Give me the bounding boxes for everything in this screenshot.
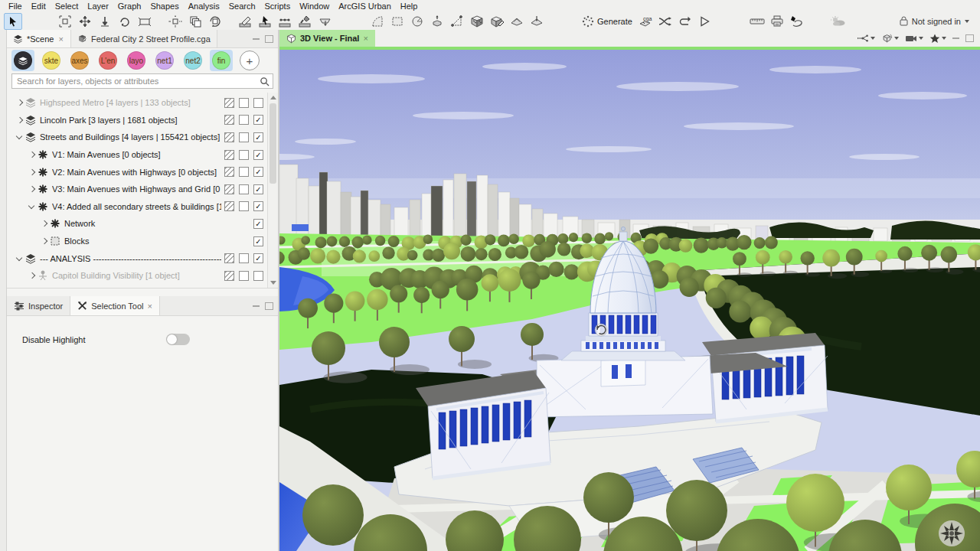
- select-checkbox[interactable]: [239, 150, 249, 160]
- expand-chevron-icon[interactable]: [39, 236, 50, 246]
- insert-roof-icon[interactable]: [528, 13, 546, 30]
- shuffle-seed-icon[interactable]: [656, 13, 675, 30]
- tree-scrollbar[interactable]: [267, 93, 278, 288]
- menu-analysis[interactable]: Analysis: [184, 1, 224, 11]
- align-street-icon[interactable]: [316, 13, 335, 30]
- select-cursor-tool[interactable]: [4, 13, 22, 30]
- layer-row-capitol-building-visibility-1-[interactable]: Capitol Building Visibility [1 object]: [7, 267, 268, 285]
- menu-select[interactable]: Select: [51, 1, 83, 11]
- tab-scene-close-icon[interactable]: ×: [57, 34, 64, 44]
- hatch-checkbox[interactable]: [224, 184, 234, 194]
- frame-select-icon[interactable]: [56, 13, 74, 30]
- layer-row-lincoln-park-3-layers-1681-obj[interactable]: Lincoln Park [3 layers | 1681 objects]✓: [7, 112, 268, 129]
- export-models-icon[interactable]: [768, 13, 786, 30]
- cleanup-street-icon[interactable]: [296, 13, 315, 30]
- compass-gizmo[interactable]: [939, 520, 965, 546]
- bookmark-axes[interactable]: axes: [68, 50, 91, 71]
- select-checkbox[interactable]: [239, 253, 249, 263]
- minimize-icon[interactable]: [253, 305, 260, 307]
- menu-graph[interactable]: Graph: [113, 1, 146, 11]
- visible-checkbox[interactable]: ✓: [253, 167, 263, 177]
- rotate-copy-icon[interactable]: [206, 13, 224, 30]
- account-signin[interactable]: Not signed in: [900, 16, 969, 26]
- select-checkbox[interactable]: [239, 132, 249, 142]
- layer-row--analysis-[interactable]: --- ANALYSIS ---------------------------…: [7, 249, 268, 267]
- duplicate-icon[interactable]: [186, 13, 204, 30]
- edit-street-icon[interactable]: [256, 13, 275, 30]
- expand-chevron-icon[interactable]: [15, 254, 25, 263]
- daylight-icon[interactable]: [829, 13, 848, 30]
- expand-chevron-icon[interactable]: [27, 184, 38, 194]
- street-segments-icon[interactable]: [276, 13, 295, 30]
- draw-street-icon[interactable]: [237, 13, 255, 30]
- bookmark-scene[interactable]: [11, 50, 34, 71]
- select-checkbox[interactable]: [239, 201, 249, 211]
- tab-selection-close-icon[interactable]: ×: [148, 302, 152, 311]
- visible-checkbox[interactable]: ✓: [253, 132, 263, 142]
- layer-row-streets-and-buildings-4-layers[interactable]: Streets and Buildings [4 layers | 155421…: [7, 129, 268, 146]
- expand-chevron-icon[interactable]: [27, 202, 38, 211]
- layer-row-v3-main-avenues-with-highways-[interactable]: V3: Main Avenues with Highways and Grid …: [7, 181, 268, 198]
- lasso-select-icon[interactable]: [788, 13, 806, 30]
- camera-dropdown[interactable]: [905, 34, 923, 43]
- menu-search[interactable]: Search: [224, 1, 260, 11]
- bookmark-L'en[interactable]: L'en: [96, 50, 119, 71]
- visible-checkbox[interactable]: ✓: [253, 253, 263, 263]
- 3d-scene-view[interactable]: [279, 50, 980, 551]
- arc-tool-icon[interactable]: [368, 13, 387, 30]
- layer-row-network[interactable]: Network✓: [7, 215, 268, 233]
- scroll-thumb[interactable]: [270, 103, 276, 184]
- hatch-checkbox[interactable]: [224, 271, 234, 281]
- bookmark-net1[interactable]: net1: [153, 50, 176, 71]
- tab-3d-view-close-icon[interactable]: ×: [363, 34, 368, 43]
- menu-window[interactable]: Window: [295, 1, 334, 11]
- bookmark-net2[interactable]: net2: [181, 50, 204, 71]
- layer-row-v1-main-avenues-0-objects-[interactable]: V1: Main Avenues [0 objects]✓: [7, 146, 268, 164]
- reset-seed-icon[interactable]: [676, 13, 694, 30]
- maximize-icon[interactable]: [265, 35, 273, 43]
- bookmark-skte[interactable]: skte: [40, 50, 63, 71]
- hatch-checkbox[interactable]: [224, 115, 234, 125]
- select-checkbox[interactable]: [239, 98, 249, 108]
- generate-button[interactable]: Generate: [579, 14, 635, 29]
- offset-move-icon[interactable]: [166, 13, 185, 30]
- push-pull-icon[interactable]: [96, 13, 114, 30]
- visible-checkbox[interactable]: ✓: [253, 236, 263, 246]
- ruler-icon[interactable]: [748, 13, 766, 30]
- layer-row-v4-added-all-secondary-streets[interactable]: V4: Added all secondary streets & buildi…: [7, 198, 268, 216]
- layer-row-blocks[interactable]: Blocks✓: [7, 233, 268, 250]
- menu-file[interactable]: File: [4, 1, 27, 11]
- expand-chevron-icon[interactable]: [15, 132, 25, 142]
- visible-checkbox[interactable]: ✓: [253, 219, 263, 229]
- expand-chevron-icon[interactable]: [39, 219, 50, 228]
- layer-row-highspeed-metro-4-layers-133-o[interactable]: Highspeed Metro [4 layers | 133 objects]: [7, 94, 268, 112]
- expand-chevron-icon[interactable]: [27, 150, 38, 159]
- tab-cga-file[interactable]: Federal City 2 Street Profile.cga: [71, 30, 217, 47]
- scroll-up-icon[interactable]: [270, 96, 276, 99]
- extrude-tool-icon[interactable]: [428, 13, 446, 30]
- hatch-checkbox[interactable]: [224, 253, 234, 263]
- visible-checkbox[interactable]: ✓: [253, 150, 263, 160]
- move-tool-icon[interactable]: [76, 13, 94, 30]
- expand-chevron-icon[interactable]: [27, 271, 38, 280]
- measure-tool-icon[interactable]: [448, 13, 466, 30]
- menu-help[interactable]: Help: [396, 1, 423, 11]
- assign-cga-icon[interactable]: cga: [636, 13, 655, 30]
- hatch-checkbox[interactable]: [224, 98, 234, 108]
- camera-frame-icon[interactable]: [136, 13, 154, 30]
- scroll-down-icon[interactable]: [270, 281, 276, 285]
- play-icon[interactable]: [696, 13, 714, 30]
- pivot-cube-dropdown[interactable]: [881, 33, 899, 44]
- tab-inspector[interactable]: Inspector: [7, 296, 70, 315]
- visible-checkbox[interactable]: [253, 98, 263, 108]
- menu-shapes[interactable]: Shapes: [145, 1, 183, 11]
- select-checkbox[interactable]: [239, 184, 249, 194]
- rotate-tool-icon[interactable]: [116, 13, 134, 30]
- bookmark-fin[interactable]: fin: [210, 50, 233, 71]
- maximize-icon[interactable]: [965, 34, 974, 42]
- hatch-checkbox[interactable]: [224, 201, 234, 211]
- minimize-icon[interactable]: [253, 38, 260, 40]
- roof-tool-icon[interactable]: [508, 13, 526, 30]
- bookmark-add[interactable]: +: [238, 50, 261, 71]
- disable-highlight-toggle[interactable]: [166, 334, 190, 345]
